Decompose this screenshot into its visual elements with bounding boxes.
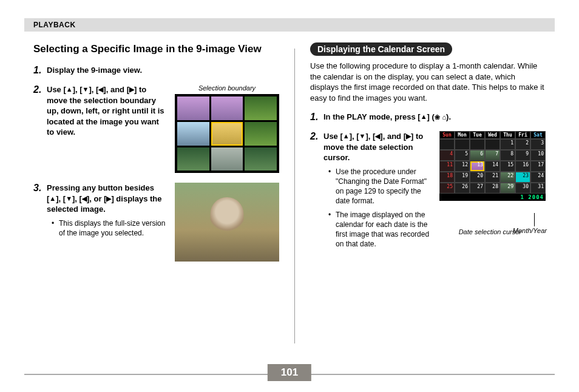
right-step-2: 2. Use [▲], [▼], [◀], and [▶] to move th… — [310, 131, 546, 257]
calendar-screen: Sun Mon Tue Wed Thu Fri Sat 123 45678910… — [439, 131, 546, 201]
header-bar: PLAYBACK — [24, 18, 555, 32]
r-step2-bullet2: • The image displayed on the calendar fo… — [323, 210, 432, 249]
calendar-header: Sun Mon Tue Wed Thu Fri Sat — [439, 131, 546, 139]
up-arrow-icon: ▲ — [49, 195, 56, 202]
left-step-1: 1. Display the 9-image view. — [33, 65, 279, 76]
right-arrow-icon: ▶ — [406, 132, 411, 140]
content: Selecting a Specific Image in the 9-imag… — [33, 42, 546, 350]
step-number: 2. — [310, 131, 323, 249]
r-step1-text: In the PLAY mode, press [▲] (❀ ⌂). — [323, 112, 546, 123]
left-arrow-icon: ◀ — [82, 195, 87, 202]
step-number: 1. — [33, 65, 47, 76]
date-selection-cursor: 13 — [470, 161, 485, 172]
flower-icon: ❀ — [435, 113, 440, 121]
page-number: 101 — [268, 364, 311, 381]
right-step-1: 1. In the PLAY mode, press [▲] (❀ ⌂). — [310, 112, 546, 123]
up-arrow-icon: ▲ — [343, 132, 350, 140]
up-arrow-icon: ▲ — [66, 86, 73, 93]
down-arrow-icon: ▼ — [359, 132, 366, 140]
subsection-pill: Displaying the Calendar Screen — [310, 42, 452, 56]
calendar-month-year: 1 2004 — [439, 194, 546, 201]
calendar-body: 123 45678910 11121314151617 181920212223… — [439, 139, 546, 194]
grid-caption: Selection boundary — [175, 84, 279, 92]
step3-text: Pressing any button besides [▲], [▼], [◀… — [47, 183, 168, 215]
left-title: Selecting a Specific Image in the 9-imag… — [33, 42, 279, 55]
step2-text: Use [▲], [▼], [◀], and [▶] to move the s… — [47, 84, 168, 138]
cursor-label: Date selection cursor — [459, 228, 521, 235]
up-arrow-icon: ▲ — [421, 113, 427, 120]
step3-bullet: • This displays the full-size version of… — [47, 218, 168, 238]
step-number: 2. — [33, 84, 47, 138]
section-label: PLAYBACK — [33, 21, 76, 29]
right-column: Displaying the Calendar Screen Use the f… — [310, 42, 546, 350]
r-step2-bullet1: • Use the procedure under "Changing the … — [323, 167, 432, 206]
right-intro: Use the following procedure to display a… — [310, 61, 546, 103]
down-arrow-icon: ▼ — [66, 195, 72, 202]
down-arrow-icon: ▼ — [83, 86, 89, 93]
left-column: Selecting a Specific Image in the 9-imag… — [33, 42, 279, 350]
left-step-2: 2. Use [▲], [▼], [◀], and [▶] to move th… — [33, 84, 279, 173]
step-number: 3. — [33, 183, 47, 238]
fullsize-image-preview — [175, 183, 279, 262]
column-divider — [294, 49, 295, 343]
selected-grid-cell — [211, 122, 243, 146]
step-number: 1. — [310, 112, 323, 123]
step1-text: Display the 9-image view. — [47, 65, 279, 76]
left-step-3: 3. Pressing any button besides [▲], [▼],… — [33, 183, 279, 262]
calendar-figure: Sun Mon Tue Wed Thu Fri Sat 123 45678910… — [439, 131, 546, 201]
r-step2-text: Use [▲], [▼], [◀], and [▶] to move the d… — [323, 131, 432, 163]
right-arrow-icon: ▶ — [129, 86, 134, 93]
nine-image-grid — [175, 94, 279, 173]
